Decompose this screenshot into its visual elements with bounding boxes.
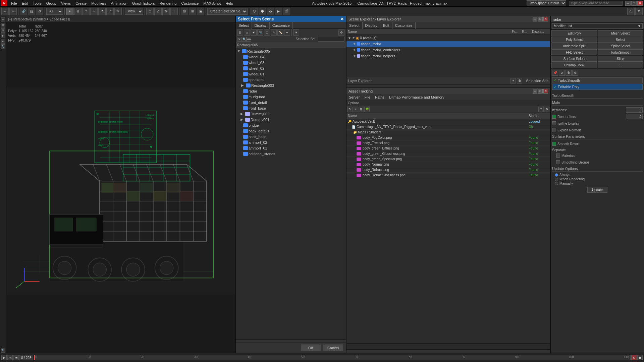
sfs-item-speakers[interactable]: speakers: [236, 77, 346, 82]
workspace-dropdown[interactable]: Workspace: Default: [527, 0, 566, 6]
se-tree[interactable]: ▼ 👁 ▣ 0 (default) 👁 thaad_radar: [346, 35, 550, 77]
se-new-layer-icon[interactable]: +: [511, 78, 516, 83]
underable-spline-button[interactable]: underable Split: [551, 43, 597, 49]
se-item-thaad-controllers[interactable]: 👁 thaad_radar_controllers: [346, 47, 550, 53]
se-tab-display[interactable]: Display: [363, 22, 380, 29]
select-button[interactable]: ✦: [66, 8, 73, 15]
redo-button[interactable]: ↪: [9, 8, 17, 15]
layer-button[interactable]: ▣: [197, 8, 204, 15]
select-button[interactable]: Select: [598, 37, 644, 43]
at-restore-button[interactable]: □: [538, 89, 543, 94]
cancel-button[interactable]: Cancel: [323, 345, 343, 351]
link-button[interactable]: 🔗: [20, 8, 27, 15]
mod-stack-turbosmooth[interactable]: ✓ TurboSmooth: [552, 77, 643, 83]
se-restore-button[interactable]: □: [538, 17, 543, 21]
render-iters-input[interactable]: [626, 114, 643, 119]
at-hscrollbar[interactable]: [346, 349, 550, 353]
sfs-item-wheel02[interactable]: wheel_02: [236, 65, 346, 71]
sfs-item-wheel04[interactable]: wheel_04: [236, 54, 346, 60]
mesh-select-button[interactable]: Mesh Select: [598, 30, 644, 36]
configure-mod-icon[interactable]: ⚙: [572, 70, 578, 76]
ffd-select-button[interactable]: FFD Select: [551, 49, 597, 55]
at-help-icon[interactable]: ?: [538, 107, 544, 112]
sfs-hscrollbar[interactable]: [236, 339, 346, 343]
ok-button[interactable]: OK: [301, 345, 321, 351]
asset-item-file[interactable]: 📄 Camouflage_AN_TPY2_Radar_Rigged_max_vr…: [346, 124, 550, 130]
filter-dropdown[interactable]: All: [46, 8, 63, 15]
se-hscrollbar[interactable]: [346, 84, 550, 87]
sfs-item-aditional-stands[interactable]: aditional_stands: [236, 151, 346, 157]
sfs-item-dummy001[interactable]: ▶ Dummy001: [236, 117, 346, 122]
menu-help[interactable]: Help: [224, 1, 234, 5]
snap-3d-button[interactable]: ⊡: [146, 8, 154, 15]
sfs-item-front-base[interactable]: front_base: [236, 105, 346, 111]
poly-select-button[interactable]: Poly Select: [551, 37, 597, 43]
menu-file[interactable]: File: [10, 1, 18, 5]
render-setup-button[interactable]: ⚙: [267, 8, 274, 15]
mod-stack-editable-poly[interactable]: ✓ Editable Poly: [552, 84, 643, 90]
asset-item-diffuse[interactable]: body_green_Diffuse.png Found: [346, 146, 550, 151]
asset-item-specular[interactable]: body_green_Specular.png Found: [346, 157, 550, 162]
expand-icon[interactable]: ▶: [240, 118, 245, 121]
next-frame-button[interactable]: ⏭: [13, 355, 19, 360]
at-menu-paths[interactable]: Paths: [374, 95, 385, 99]
sfs-clear-search[interactable]: ✕: [237, 37, 242, 42]
move-button[interactable]: ✛: [90, 8, 98, 15]
tab-customize[interactable]: Customize: [270, 22, 293, 29]
asset-item-refract[interactable]: body_Refract.png Found: [346, 167, 550, 173]
sfs-all-geo-icon[interactable]: ⊞: [237, 29, 243, 36]
menu-graph-editors[interactable]: Graph Editors: [131, 1, 156, 5]
se-tab-select[interactable]: Select: [346, 22, 363, 29]
render-iters-checkbox[interactable]: [552, 115, 556, 119]
at-grid-icon[interactable]: ⊞: [359, 107, 364, 112]
menu-tools[interactable]: Tools: [32, 1, 43, 5]
menu-group[interactable]: Group: [45, 1, 57, 5]
snap-angle-button[interactable]: ∠: [154, 8, 162, 15]
play-button[interactable]: ▶: [1, 355, 7, 360]
undo-button[interactable]: ↩: [1, 8, 9, 15]
sfs-search-icon[interactable]: 🔍: [242, 37, 247, 42]
sfs-case-icon[interactable]: Aa: [247, 37, 251, 42]
close-button[interactable]: ✕: [637, 1, 643, 6]
sfs-close-button[interactable]: ✕: [340, 17, 344, 21]
sfs-tree[interactable]: ▼ Rectangle005 wheel_04 wheel_03 wheel_0…: [236, 48, 346, 339]
asset-item-fresnel[interactable]: body_Fresnel.png Found: [346, 140, 550, 146]
sfs-item-wheel01[interactable]: wheel_01: [236, 71, 346, 77]
isoline-checkbox[interactable]: [552, 121, 556, 125]
menu-modifiers[interactable]: Modifiers: [90, 1, 107, 5]
sfs-item-rectangle005[interactable]: ▼ Rectangle005: [236, 48, 346, 54]
spline-select-button[interactable]: SplineSelect: [598, 43, 644, 49]
menu-animation[interactable]: Animation: [110, 1, 128, 5]
materials-checkbox[interactable]: [556, 154, 560, 158]
at-menu-file[interactable]: File: [363, 95, 371, 99]
expand-icon[interactable]: ▶: [240, 112, 245, 116]
minimize-button[interactable]: —: [625, 1, 631, 6]
unique-icon[interactable]: U: [559, 70, 565, 76]
sfs-filter-icon[interactable]: ▼: [293, 29, 299, 36]
update-button[interactable]: Update: [587, 187, 607, 193]
select-window-button[interactable]: □: [82, 8, 90, 15]
at-menu-bitmap[interactable]: Bitmap Performance and Memory: [388, 95, 445, 99]
at-minimize-button[interactable]: —: [533, 89, 537, 94]
sfs-item-radar[interactable]: radar: [236, 88, 346, 94]
expand-icon[interactable]: ▶: [241, 83, 245, 87]
at-reload-icon[interactable]: ↻: [347, 107, 353, 112]
se-tab-edit[interactable]: Edit: [380, 22, 392, 29]
se-item-layer0[interactable]: ▼ 👁 ▣ 0 (default): [346, 35, 550, 41]
rotate-button[interactable]: ↺: [98, 8, 106, 15]
zoom-icon[interactable]: 🔍: [1, 348, 5, 353]
scene-explorer-icon[interactable]: 🗂: [627, 8, 635, 15]
viewport-canvas[interactable]: podthinxx climatis moim podthinxx climat…: [6, 23, 235, 353]
motion-icon[interactable]: ▶: [1, 34, 5, 38]
menu-maxscript[interactable]: MAXScript: [202, 1, 222, 5]
restore-button[interactable]: □: [631, 1, 637, 6]
more-button[interactable]: ...: [598, 62, 644, 68]
manually-radio[interactable]: Manually: [555, 182, 643, 185]
sfs-cameras-icon[interactable]: 📷: [257, 29, 263, 36]
set-key-button[interactable]: ⬟: [637, 355, 643, 360]
scale-button[interactable]: ⤢: [106, 8, 114, 15]
menu-rendering[interactable]: Rendering: [159, 1, 178, 5]
sfs-item-bridge[interactable]: bridge: [236, 122, 346, 128]
utilities-icon[interactable]: 🔧: [1, 44, 5, 49]
smoothing-groups-checkbox[interactable]: [556, 160, 560, 164]
